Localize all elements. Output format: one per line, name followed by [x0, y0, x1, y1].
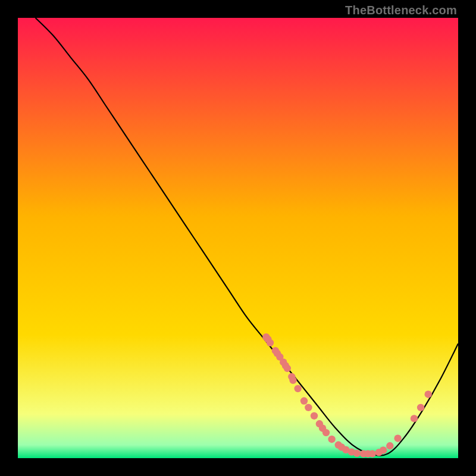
watermark-text: TheBottleneck.com — [345, 4, 457, 17]
data-point — [369, 450, 376, 457]
data-point — [289, 377, 296, 384]
data-point — [294, 385, 301, 392]
data-point — [267, 339, 274, 346]
data-point — [353, 450, 361, 457]
gradient-background — [18, 18, 458, 458]
data-point — [284, 365, 291, 372]
data-point — [411, 415, 418, 422]
data-point — [300, 397, 308, 405]
chart-plot-area — [18, 18, 458, 458]
data-point — [386, 442, 393, 449]
data-point — [328, 436, 335, 443]
data-point — [380, 446, 387, 453]
data-point — [311, 412, 318, 419]
data-point — [322, 429, 330, 436]
data-point — [424, 391, 431, 398]
data-point — [394, 435, 401, 442]
chart-svg — [18, 18, 458, 458]
data-point — [305, 404, 312, 411]
data-point — [417, 404, 424, 411]
